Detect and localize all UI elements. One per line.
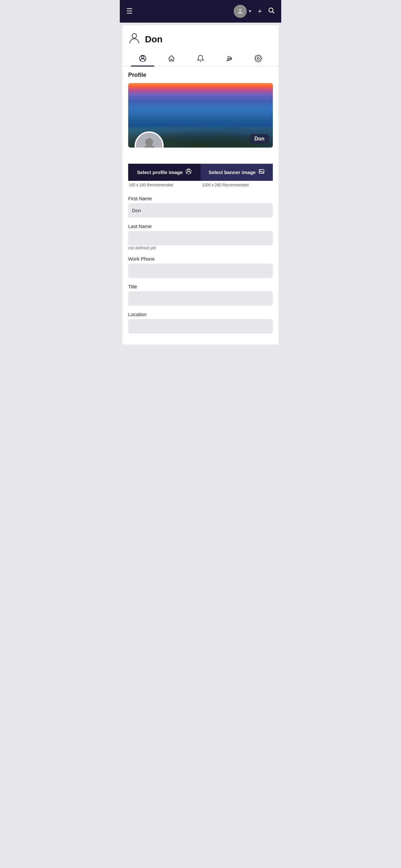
svg-point-4 bbox=[142, 56, 144, 58]
svg-point-12 bbox=[260, 170, 261, 171]
title-label: Title bbox=[128, 284, 273, 289]
location-label: Location bbox=[128, 312, 273, 317]
svg-point-9 bbox=[188, 169, 190, 172]
tab-navigation bbox=[122, 51, 279, 66]
profile-section-title: Profile bbox=[128, 72, 273, 79]
add-icon[interactable]: + bbox=[258, 7, 262, 16]
svg-point-0 bbox=[239, 9, 242, 11]
user-avatar-dropdown[interactable]: ▼ bbox=[234, 5, 252, 18]
profile-section: Profile Don Select pr bbox=[122, 66, 279, 345]
profile-image-icon bbox=[185, 168, 192, 176]
tab-notifications[interactable] bbox=[186, 51, 215, 66]
tab-settings[interactable] bbox=[244, 51, 273, 66]
select-banner-image-button[interactable]: Select banner image bbox=[201, 164, 273, 181]
tab-home[interactable] bbox=[157, 51, 186, 66]
svg-point-6 bbox=[227, 60, 227, 61]
banner-image-icon bbox=[258, 168, 265, 176]
svg-point-8 bbox=[145, 138, 153, 146]
last-name-status: not defined yet bbox=[128, 245, 273, 250]
first-name-label: First Name bbox=[128, 196, 273, 201]
search-icon[interactable] bbox=[268, 7, 275, 16]
user-display-name: Don bbox=[145, 34, 162, 44]
hamburger-menu-icon[interactable]: ☰ bbox=[126, 8, 133, 15]
nav-left: ☰ bbox=[126, 8, 133, 15]
recommended-sizes-row: 160 x 160 Recommended 1200 x 260 Recomme… bbox=[128, 181, 273, 189]
svg-point-3 bbox=[132, 34, 136, 38]
chevron-down-icon: ▼ bbox=[248, 9, 252, 13]
last-name-input[interactable] bbox=[128, 231, 273, 245]
banner-recommended-size: 1200 x 260 Recommended bbox=[199, 181, 273, 189]
title-group: Title bbox=[128, 284, 273, 306]
location-group: Location bbox=[128, 312, 273, 334]
svg-point-7 bbox=[257, 58, 259, 59]
svg-point-1 bbox=[269, 8, 273, 12]
main-content-card: Don bbox=[122, 25, 279, 345]
select-profile-image-label: Select profile image bbox=[137, 169, 183, 175]
user-header-icon bbox=[128, 32, 141, 47]
avatar bbox=[234, 5, 247, 18]
svg-line-2 bbox=[273, 11, 274, 13]
first-name-input[interactable] bbox=[128, 203, 273, 218]
image-select-buttons: Select profile image Select banner image bbox=[128, 164, 273, 181]
location-input[interactable] bbox=[128, 319, 273, 334]
banner-image-container: Don bbox=[128, 83, 273, 148]
work-phone-label: Work Phone bbox=[128, 256, 273, 261]
last-name-label: Last Name bbox=[128, 223, 273, 229]
last-name-group: Last Name not defined yet bbox=[128, 223, 273, 250]
tab-profile[interactable] bbox=[128, 51, 157, 66]
profile-recommended-size: 160 x 160 Recommended bbox=[128, 181, 199, 189]
user-header: Don bbox=[122, 25, 279, 51]
title-input[interactable] bbox=[128, 291, 273, 306]
select-banner-image-label: Select banner image bbox=[209, 169, 256, 175]
work-phone-input[interactable] bbox=[128, 264, 273, 278]
banner-username-badge: Don bbox=[250, 134, 269, 144]
select-profile-image-button[interactable]: Select profile image bbox=[128, 164, 201, 181]
nav-right: ▼ + bbox=[234, 5, 275, 18]
tab-feed[interactable] bbox=[215, 51, 244, 66]
profile-avatar-icon bbox=[141, 136, 157, 148]
work-phone-group: Work Phone bbox=[128, 256, 273, 278]
first-name-group: First Name bbox=[128, 196, 273, 218]
top-navigation: ☰ ▼ + bbox=[120, 0, 281, 23]
